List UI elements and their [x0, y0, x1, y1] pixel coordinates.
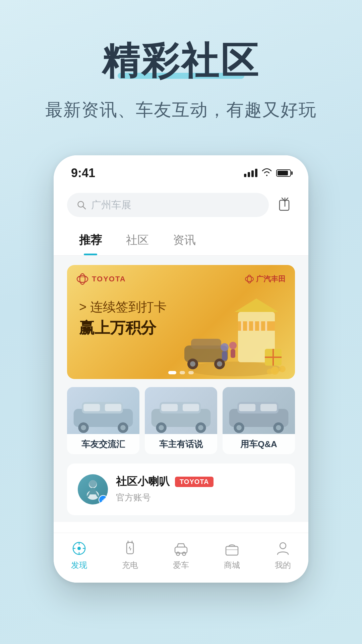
nav-item-discover[interactable]: 发现: [54, 540, 105, 571]
svg-point-31: [221, 343, 229, 351]
post-subtitle: 官方账号: [116, 492, 284, 503]
svg-point-78: [280, 543, 286, 549]
nav-item-mycar[interactable]: 爱车: [156, 540, 206, 571]
avatar: ✓: [78, 474, 108, 504]
search-icon: [76, 200, 86, 210]
post-toyota-badge: TOYOTA: [175, 477, 214, 487]
banner-illustration: [174, 285, 295, 379]
tab-news[interactable]: 资讯: [161, 226, 208, 255]
phone-mockup: 9:41: [54, 155, 308, 583]
verified-badge: ✓: [99, 495, 108, 504]
banner-text: 连续签到打卡 赢上万积分: [79, 299, 167, 338]
search-bar[interactable]: 广州车展: [67, 193, 269, 217]
svg-point-65: [77, 547, 81, 550]
tab-recommend[interactable]: 推荐: [67, 226, 114, 255]
share-button[interactable]: [275, 195, 295, 215]
svg-rect-34: [231, 349, 235, 358]
svg-point-24: [217, 361, 222, 367]
svg-point-22: [190, 361, 195, 367]
search-bar-area: 广州车展: [54, 186, 308, 220]
svg-point-42: [120, 425, 126, 430]
card-car-qa[interactable]: 用车Q&A: [223, 387, 295, 454]
banner-card[interactable]: TOYOTA 广汽丰田 连续签到打卡 赢上万积分: [67, 265, 295, 379]
card-car-qa-label: 用车Q&A: [223, 434, 295, 454]
charge-icon: [121, 540, 139, 557]
svg-rect-46: [183, 404, 199, 412]
hero-title: 精彩社区: [102, 40, 260, 82]
nav-label-discover: 发现: [71, 560, 87, 571]
content-area: TOYOTA 广汽丰田 连续签到打卡 赢上万积分: [54, 256, 308, 522]
svg-rect-54: [260, 404, 277, 412]
post-info: 社区小喇叭 TOYOTA 官方账号: [116, 474, 284, 503]
shop-icon: [223, 540, 241, 557]
hero-section: 精彩社区 最新资讯、车友互动，有趣又好玩: [0, 0, 362, 142]
card-owner-talk-label: 车主有话说: [145, 434, 217, 454]
card-owner-talk[interactable]: 车主有话说: [145, 387, 217, 454]
svg-point-9: [245, 277, 253, 282]
community-post[interactable]: ✓ 社区小喇叭 TOYOTA 官方账号: [67, 464, 295, 515]
svg-point-61: [89, 480, 97, 487]
post-author-name: 社区小喇叭: [116, 474, 170, 489]
card-car-club[interactable]: 车友交流汇: [67, 387, 139, 454]
nav-label-charge: 充电: [122, 560, 138, 571]
card-owner-talk-image: [145, 387, 217, 434]
wifi-icon: [261, 167, 272, 179]
status-icons: [244, 167, 291, 179]
gac-toyota-logo: 广汽丰田: [245, 274, 286, 284]
nav-label-profile: 我的: [275, 560, 291, 571]
svg-point-30: [267, 369, 273, 375]
svg-rect-76: [226, 546, 238, 555]
signal-icon: [244, 169, 257, 177]
svg-point-29: [279, 366, 286, 372]
svg-point-48: [159, 425, 164, 430]
svg-rect-13: [238, 321, 275, 331]
svg-line-1: [83, 207, 86, 209]
status-time: 9:41: [71, 166, 95, 180]
svg-rect-32: [222, 351, 227, 361]
share-icon: [278, 198, 292, 212]
svg-point-74: [176, 552, 180, 555]
profile-icon: [274, 540, 292, 557]
card-car-qa-image: [223, 387, 295, 434]
svg-rect-45: [161, 404, 178, 412]
svg-point-75: [182, 552, 186, 555]
svg-line-4: [285, 198, 288, 201]
toyota-brand-logo: TOYOTA: [76, 273, 126, 285]
nav-item-shop[interactable]: 商城: [206, 540, 257, 571]
category-cards: 车友交流汇: [54, 387, 308, 464]
svg-rect-53: [239, 404, 255, 412]
svg-point-33: [229, 342, 237, 349]
nav-item-profile[interactable]: 我的: [257, 540, 308, 571]
banner-section: TOYOTA 广汽丰田 连续签到打卡 赢上万积分: [54, 256, 308, 387]
nav-item-charge[interactable]: 充电: [105, 540, 156, 571]
svg-point-58: [276, 425, 281, 430]
tab-community[interactable]: 社区: [114, 226, 161, 255]
discover-icon: [70, 540, 88, 557]
svg-line-3: [282, 198, 285, 201]
svg-point-40: [81, 425, 86, 430]
svg-point-56: [236, 425, 242, 430]
svg-rect-20: [191, 339, 221, 349]
svg-point-50: [198, 425, 203, 430]
bottom-navigation: 发现 充电: [54, 533, 308, 583]
hero-subtitle: 最新资讯、车友互动，有趣又好玩: [20, 98, 342, 122]
card-car-club-image: [67, 387, 139, 434]
nav-label-mycar: 爱车: [173, 560, 189, 571]
card-car-club-label: 车友交流汇: [67, 434, 139, 454]
nav-label-shop: 商城: [224, 560, 240, 571]
phone-wrapper: 9:41: [0, 142, 362, 583]
banner-pagination: [168, 371, 194, 374]
svg-rect-38: [105, 404, 121, 412]
mycar-icon: [172, 540, 190, 557]
tabs-bar: 推荐 社区 资讯: [54, 220, 308, 256]
search-placeholder: 广州车展: [91, 198, 131, 212]
svg-rect-37: [83, 404, 100, 412]
status-bar: 9:41: [54, 155, 308, 186]
post-header: 社区小喇叭 TOYOTA: [116, 474, 284, 489]
svg-rect-2: [280, 200, 289, 210]
battery-icon: [276, 169, 291, 177]
